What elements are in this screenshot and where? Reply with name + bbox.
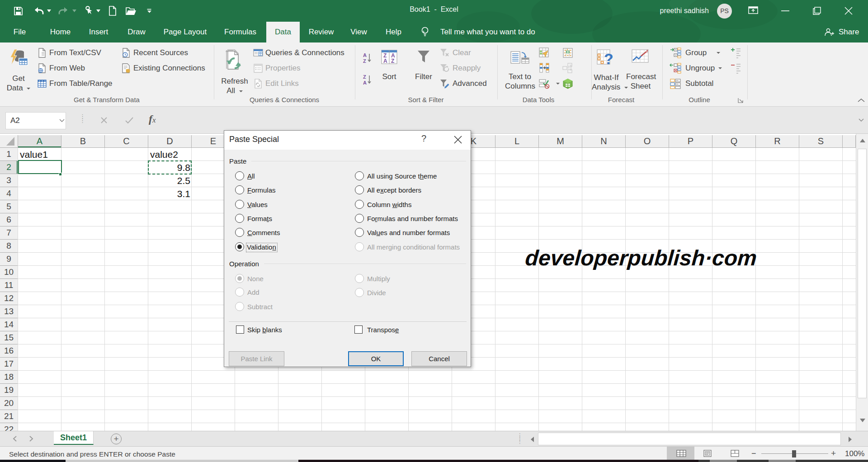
svg-text:A: A bbox=[383, 58, 387, 64]
svg-text:Z: Z bbox=[363, 58, 366, 64]
svg-text:A: A bbox=[363, 80, 367, 85]
svg-text:?: ? bbox=[604, 50, 613, 67]
svg-text:A: A bbox=[363, 52, 367, 58]
svg-text:Z: Z bbox=[363, 74, 366, 80]
svg-text:Z: Z bbox=[391, 58, 394, 64]
